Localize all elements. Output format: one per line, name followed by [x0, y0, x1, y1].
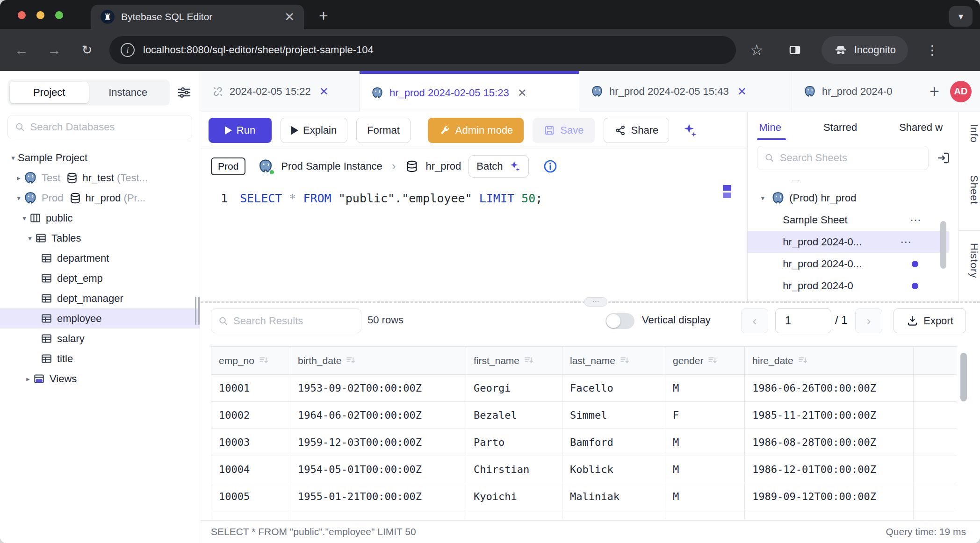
tab-shared[interactable]: Shared w — [899, 121, 943, 134]
side-panel-icon[interactable] — [788, 43, 802, 57]
rail-tab-info[interactable]: Info — [959, 124, 980, 143]
column-header[interactable]: last_name — [562, 347, 665, 375]
sheet-item-unsaved-2[interactable]: hr_prod 2024-0 — [748, 275, 958, 297]
cell-last-name[interactable]: Facello — [562, 375, 665, 402]
cell-emp-no[interactable]: 10001 — [211, 375, 290, 402]
forward-icon[interactable]: → — [44, 42, 65, 58]
worksheet-tab-1[interactable]: 2024-02-05 15:22 ✕ — [201, 71, 360, 112]
results-search[interactable] — [211, 308, 361, 333]
cell-hire-date[interactable]: 1986-12-01T00:00:00Z — [745, 456, 914, 483]
sheet-item-sample-sheet[interactable]: Sample Sheet ⋯ — [748, 209, 958, 231]
cell-first-name[interactable]: Kyoichi — [466, 483, 562, 510]
new-browser-tab-button[interactable]: + — [319, 7, 328, 25]
tree-item-project[interactable]: ▾ Sample Project — [0, 148, 200, 168]
ai-sparkles-icon[interactable] — [680, 121, 698, 139]
code-line-1[interactable]: 1 SELECT * FROM "public"."employee" LIMI… — [201, 192, 747, 205]
share-button[interactable]: Share — [604, 118, 670, 143]
cell-gender[interactable]: M — [665, 483, 745, 510]
cell-gender[interactable]: M — [665, 429, 745, 456]
cell-gender[interactable]: F — [665, 402, 745, 429]
site-info-icon[interactable]: i — [121, 43, 135, 57]
database-search-input[interactable] — [30, 121, 185, 133]
tree-item-table-title[interactable]: title — [0, 349, 200, 369]
mac-minimize-button[interactable] — [36, 11, 44, 19]
tree-item-table-salary[interactable]: salary — [0, 329, 200, 349]
new-worksheet-tab-button[interactable]: + — [930, 82, 939, 101]
run-button[interactable]: Run — [209, 118, 272, 143]
cell-last-name[interactable]: Koblick — [562, 456, 665, 483]
cell-hire-date[interactable]: 1989-06-02T00:00:00Z — [745, 510, 914, 520]
column-header[interactable]: birth_date — [290, 347, 466, 375]
explain-button[interactable]: Explain — [281, 118, 347, 143]
sort-icon[interactable] — [707, 355, 719, 366]
cell-emp-no[interactable]: 10005 — [211, 483, 290, 510]
info-icon[interactable] — [543, 159, 558, 174]
vertical-display-toggle[interactable] — [605, 313, 634, 329]
rail-tab-history[interactable]: History — [959, 243, 980, 278]
sheet-item-active[interactable]: hr_prod 2024-0... ⋯ — [748, 231, 949, 253]
results-search-input[interactable] — [233, 315, 354, 327]
column-header[interactable]: emp_no — [211, 347, 290, 375]
worksheet-tab-4[interactable]: hr_prod 2024-0 — [792, 71, 923, 112]
caret-down-icon[interactable]: ▾ — [758, 194, 767, 202]
sql-code-editor[interactable]: 1 SELECT * FROM "public"."employee" LIMI… — [201, 183, 747, 301]
cell-emp-no[interactable]: 10002 — [211, 402, 290, 429]
sidebar-resize-handle[interactable] — [195, 297, 201, 325]
cell-birth-date[interactable]: 1955-01-21T00:00:00Z — [290, 483, 466, 510]
sheet-search[interactable] — [757, 146, 929, 170]
sheet-list-item-clipped[interactable]: hr_prod 2024-0... — [748, 180, 958, 187]
cell-birth-date[interactable]: 1954-05-01T00:00:00Z — [290, 456, 466, 483]
address-bar[interactable]: i localhost:8080/sql-editor/sheet/projec… — [109, 36, 736, 64]
tree-item-tables-group[interactable]: ▾ Tables — [0, 228, 200, 248]
cell-hire-date[interactable]: 1989-09-12T00:00:00Z — [745, 483, 914, 510]
admin-mode-button[interactable]: Admin mode — [428, 118, 524, 143]
reload-icon[interactable]: ↻ — [77, 43, 97, 57]
sheet-list-scrollbar[interactable] — [940, 221, 946, 269]
cell-last-name[interactable]: Simmel — [562, 402, 665, 429]
tab-instance[interactable]: Instance — [89, 82, 168, 103]
tree-item-table-department[interactable]: department — [0, 248, 200, 268]
cell-first-name[interactable]: Bezalel — [466, 402, 562, 429]
page-number-input[interactable] — [775, 308, 831, 333]
url-text[interactable]: localhost:8080/sql-editor/sheet/project-… — [143, 44, 374, 56]
tab-search-chevron-button[interactable]: ▾ — [949, 6, 973, 27]
tree-item-table-dept-emp[interactable]: dept_emp — [0, 268, 200, 288]
next-page-button[interactable]: › — [855, 308, 882, 333]
rail-tab-sheet[interactable]: Sheet — [959, 175, 980, 205]
database-search[interactable] — [7, 115, 192, 139]
cell-birth-date[interactable]: 1953-04-20T00:00:00Z — [290, 510, 466, 520]
table-row[interactable]: 10002 1964-06-02T00:00:00Z Bezalel Simme… — [211, 402, 957, 429]
cell-emp-no[interactable]: 10004 — [211, 456, 290, 483]
browser-tab[interactable]: ♜ Bytebase SQL Editor ✕ — [91, 5, 304, 29]
caret-right-icon[interactable]: ▸ — [14, 174, 23, 182]
database-name[interactable]: hr_prod — [426, 160, 461, 172]
sheet-more-icon[interactable]: ⋯ — [900, 236, 912, 249]
sort-icon[interactable] — [523, 355, 535, 366]
sidebar-settings-icon[interactable] — [176, 85, 192, 100]
prev-page-button[interactable]: ‹ — [741, 308, 768, 333]
browser-menu-icon[interactable]: ⋮ — [926, 43, 939, 58]
export-button[interactable]: Export — [894, 308, 966, 333]
tree-item-table-dept-manager[interactable]: dept_manager — [0, 288, 200, 308]
sheet-search-input[interactable] — [780, 152, 922, 164]
mac-close-button[interactable] — [18, 11, 26, 19]
cell-birth-date[interactable]: 1959-12-03T00:00:00Z — [290, 429, 466, 456]
sheet-more-icon[interactable]: ⋯ — [910, 214, 922, 227]
sheet-group-hr-prod[interactable]: ▾ (Prod) hr_prod — [748, 187, 958, 209]
column-header[interactable]: gender — [665, 347, 745, 375]
table-row[interactable]: 10001 1953-09-02T00:00:00Z Georgi Facell… — [211, 375, 957, 402]
cell-gender[interactable]: F — [665, 510, 745, 520]
save-button[interactable]: Save — [533, 118, 594, 143]
cell-hire-date[interactable]: 1986-06-26T00:00:00Z — [745, 375, 914, 402]
column-header[interactable]: hire_date — [745, 347, 914, 375]
browser-tab-close-icon[interactable]: ✕ — [284, 11, 295, 23]
cell-gender[interactable]: M — [665, 375, 745, 402]
worksheet-tab-3[interactable]: hr_prod 2024-02-05 15:43 ✕ — [579, 71, 792, 112]
tab-starred[interactable]: Starred — [823, 121, 857, 134]
table-row[interactable]: 10003 1959-12-03T00:00:00Z Parto Bamford… — [211, 429, 957, 456]
tree-item-views-group[interactable]: ▸ Views — [0, 369, 200, 389]
cell-birth-date[interactable]: 1964-06-02T00:00:00Z — [290, 402, 466, 429]
tree-item-hr-test[interactable]: ▸ Test hr_test (Test... — [0, 168, 200, 188]
cell-first-name[interactable]: Chirstian — [466, 456, 562, 483]
caret-down-icon[interactable]: ▾ — [8, 154, 18, 162]
